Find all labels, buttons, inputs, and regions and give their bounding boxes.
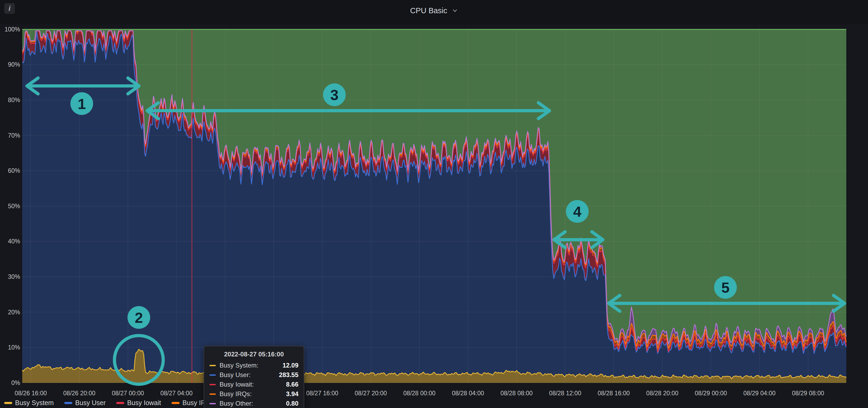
- tooltip-series-mark-icon: [210, 394, 216, 395]
- legend-swatch-icon: [4, 402, 12, 404]
- x-axis-label: 08/29 04:00: [743, 390, 776, 397]
- tooltip-timestamp: 2022-08-27 05:16:00: [210, 350, 299, 359]
- legend-swatch-icon: [64, 402, 72, 404]
- legend-label: Busy Iowait: [127, 399, 161, 407]
- tooltip-series-mark-icon: [210, 374, 216, 376]
- y-axis-label: 30%: [8, 273, 20, 280]
- x-axis-label: 08/28 08:00: [500, 390, 533, 397]
- tooltip-row: Busy Other:0.80: [210, 399, 299, 408]
- x-axis-label: 08/27 00:00: [112, 390, 144, 397]
- tooltip-series-label: Busy Other:: [219, 400, 253, 407]
- x-axis-label: 08/28 16:00: [598, 390, 630, 397]
- tooltip-row: Busy System:12.09: [210, 361, 299, 370]
- tooltip-series-value: 283.55: [279, 371, 299, 379]
- x-axis-label: 08/27 04:00: [160, 390, 193, 397]
- x-axis-label: 08/26 20:00: [63, 390, 96, 397]
- chart-legend: Busy SystemBusy UserBusy IowaitBusy IRQs: [4, 399, 214, 407]
- tooltip-series-label: Busy User:: [219, 371, 250, 379]
- y-axis-label: 40%: [8, 238, 20, 245]
- tooltip-series-mark-icon: [210, 384, 216, 385]
- annotation-number-1: 1: [78, 96, 86, 112]
- y-axis-label: 50%: [8, 203, 20, 210]
- x-axis-label: 08/28 20:00: [646, 390, 678, 397]
- x-axis-label: 08/26 16:00: [14, 390, 47, 397]
- legend-item-busy-user[interactable]: Busy User: [64, 399, 106, 407]
- y-axis-label: 60%: [8, 167, 20, 174]
- tooltip-series-value: 12.09: [282, 362, 299, 369]
- legend-swatch-icon: [116, 402, 124, 404]
- annotation-number-2: 2: [135, 309, 143, 326]
- x-axis-label: 08/27 16:00: [306, 390, 338, 397]
- legend-item-busy-system[interactable]: Busy System: [4, 399, 54, 407]
- tooltip-series-label: Busy System:: [219, 362, 258, 369]
- grafana-cpu-panel: { "header": { "title": "CPU Basic", "inf…: [0, 0, 868, 408]
- tooltip-series-value: 0.80: [286, 400, 299, 407]
- tooltip-series-label: Busy Iowait:: [219, 381, 254, 388]
- legend-label: Busy User: [75, 399, 106, 407]
- y-axis-label: 20%: [8, 309, 20, 316]
- x-axis-label: 08/29 00:00: [695, 390, 727, 397]
- legend-swatch-icon: [172, 402, 180, 404]
- annotation-number-4: 4: [573, 203, 581, 220]
- x-axis-label: 08/28 04:00: [452, 390, 484, 397]
- tooltip-series-mark-icon: [210, 403, 216, 404]
- cpu-usage-chart[interactable]: 0%10%20%30%40%50%60%70%80%90%100%08/26 1…: [0, 0, 868, 408]
- x-axis-label: 08/27 20:00: [355, 390, 387, 397]
- tooltip-row: Busy Iowait:8.66: [210, 380, 299, 389]
- tooltip-series-value: 8.66: [286, 381, 299, 388]
- y-axis-label: 0%: [11, 379, 20, 386]
- legend-item-busy-iowait[interactable]: Busy Iowait: [116, 399, 161, 407]
- tooltip-series-value: 3.94: [286, 390, 299, 398]
- x-axis-label: 08/28 12:00: [549, 390, 581, 397]
- tooltip-series-mark-icon: [210, 365, 216, 366]
- y-axis-label: 100%: [4, 26, 20, 33]
- tooltip-rows: Busy System:12.09Busy User:283.55Busy Io…: [210, 361, 299, 408]
- chart-tooltip: 2022-08-27 05:16:00 Busy System:12.09Bus…: [204, 346, 304, 408]
- legend-label: Busy System: [15, 399, 54, 407]
- y-axis-label: 90%: [8, 61, 20, 68]
- x-axis-label: 08/28 00:00: [403, 390, 436, 397]
- y-axis-label: 70%: [8, 132, 20, 139]
- tooltip-series-label: Busy IRQs:: [219, 390, 252, 398]
- tooltip-row: Busy User:283.55: [210, 370, 299, 380]
- annotation-number-5: 5: [721, 279, 730, 296]
- annotation-number-3: 3: [330, 87, 338, 103]
- y-axis-label: 10%: [8, 344, 20, 351]
- x-axis-label: 08/29 08:00: [792, 390, 824, 397]
- y-axis-label: 80%: [8, 97, 20, 103]
- tooltip-row: Busy IRQs:3.94: [210, 389, 299, 399]
